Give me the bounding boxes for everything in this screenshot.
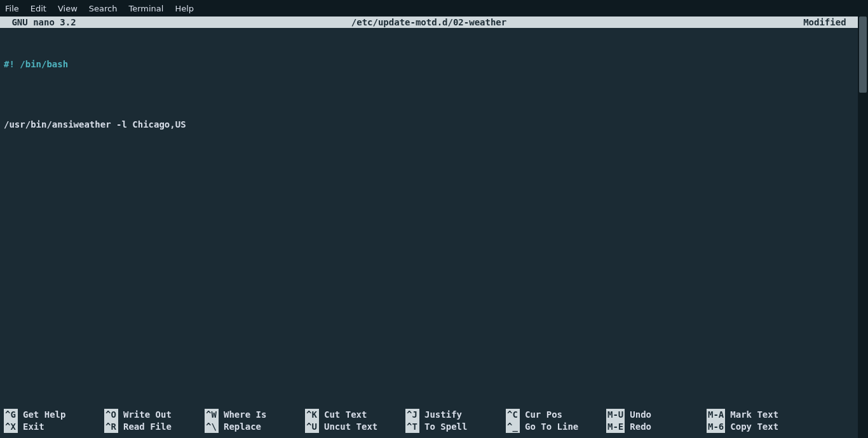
- shortcut-label: Uncut Text: [324, 421, 377, 433]
- nano-shortcut-footer: ^GGet Help ^OWrite Out ^WWhere Is ^KCut …: [0, 409, 858, 433]
- shortcut-copy-text[interactable]: M-6Copy Text: [707, 421, 807, 433]
- shortcut-key: M-A: [707, 409, 725, 421]
- shortcut-exit[interactable]: ^XExit: [4, 421, 104, 433]
- menu-edit[interactable]: Edit: [31, 4, 46, 13]
- shortcut-label: Cut Text: [324, 409, 367, 421]
- shortcut-key: M-E: [606, 421, 625, 433]
- shortcut-key: ^C: [506, 409, 520, 421]
- shortcut-label: Exit: [23, 421, 44, 433]
- shortcut-key: ^U: [305, 421, 319, 433]
- shortcut-label: Where Is: [224, 409, 266, 421]
- shortcut-undo[interactable]: M-UUndo: [606, 409, 707, 421]
- shortcut-key: ^W: [205, 409, 219, 421]
- shortcut-row-1: ^GGet Help ^OWrite Out ^WWhere Is ^KCut …: [4, 409, 854, 421]
- terminal-scrollbar[interactable]: [858, 17, 868, 438]
- editor-line-3[interactable]: /usr/bin/ansiweather -l Chicago,US: [4, 119, 864, 131]
- menu-terminal[interactable]: Terminal: [128, 4, 163, 13]
- editor-area[interactable]: #! /bin/bash /usr/bin/ansiweather -l Chi…: [0, 28, 868, 143]
- shortcut-go-to-line[interactable]: ^_Go To Line: [506, 421, 606, 433]
- shortcut-justify[interactable]: ^JJustify: [405, 409, 506, 421]
- nano-version: GNU nano 3.2: [6, 17, 76, 28]
- shortcut-cur-pos[interactable]: ^CCur Pos: [506, 409, 606, 421]
- shortcut-label: Redo: [630, 421, 651, 433]
- shortcut-cut-text[interactable]: ^KCut Text: [305, 409, 405, 421]
- shortcut-key: ^K: [305, 409, 319, 421]
- editor-line-1[interactable]: #! /bin/bash: [4, 58, 864, 70]
- menu-view[interactable]: View: [58, 4, 78, 13]
- shortcut-get-help[interactable]: ^GGet Help: [4, 409, 104, 421]
- window-menubar: File Edit View Search Terminal Help: [0, 0, 868, 17]
- shortcut-row-2: ^XExit ^RRead File ^\Replace ^UUncut Tex…: [4, 421, 854, 433]
- shortcut-label: Write Out: [123, 409, 172, 421]
- shortcut-label: Justify: [424, 409, 462, 421]
- shortcut-label: Get Help: [23, 409, 65, 421]
- shortcut-key: M-U: [606, 409, 625, 421]
- shortcut-key: ^T: [405, 421, 419, 433]
- nano-filename: /etc/update-motd.d/02-weather: [351, 17, 506, 28]
- shortcut-label: Undo: [630, 409, 651, 421]
- shortcut-label: Copy Text: [730, 421, 778, 433]
- shortcut-key: ^\: [205, 421, 219, 433]
- shortcut-key: ^R: [104, 421, 118, 433]
- shortcut-label: Cur Pos: [525, 409, 562, 421]
- shortcut-read-file[interactable]: ^RRead File: [104, 421, 205, 433]
- shebang-prefix: #!: [4, 59, 15, 69]
- shortcut-label: Go To Line: [525, 421, 578, 433]
- shortcut-key: ^O: [104, 409, 118, 421]
- menu-help[interactable]: Help: [175, 4, 194, 13]
- shortcut-uncut-text[interactable]: ^UUncut Text: [305, 421, 405, 433]
- shortcut-label: Replace: [224, 421, 261, 433]
- nano-title-bar: GNU nano 3.2 /etc/update-motd.d/02-weath…: [0, 17, 858, 28]
- shortcut-key: ^X: [4, 421, 18, 433]
- shortcut-key: ^G: [4, 409, 18, 421]
- shortcut-key: M-6: [707, 421, 725, 433]
- shortcut-key: ^_: [506, 421, 520, 433]
- menu-file[interactable]: File: [5, 4, 19, 13]
- shortcut-redo[interactable]: M-ERedo: [606, 421, 707, 433]
- shortcut-label: To Spell: [424, 421, 467, 433]
- shortcut-replace[interactable]: ^\Replace: [205, 421, 305, 433]
- shortcut-where-is[interactable]: ^WWhere Is: [205, 409, 305, 421]
- shortcut-to-spell[interactable]: ^TTo Spell: [405, 421, 506, 433]
- nano-modified-status: Modified: [803, 17, 851, 28]
- shortcut-mark-text[interactable]: M-AMark Text: [707, 409, 807, 421]
- menu-search[interactable]: Search: [89, 4, 118, 13]
- shortcut-label: Mark Text: [730, 409, 778, 421]
- shebang-rest: /bin/bash: [15, 59, 68, 69]
- scrollbar-thumb[interactable]: [859, 17, 867, 93]
- shortcut-write-out[interactable]: ^OWrite Out: [104, 409, 205, 421]
- shortcut-key: ^J: [405, 409, 419, 421]
- shortcut-label: Read File: [123, 421, 172, 433]
